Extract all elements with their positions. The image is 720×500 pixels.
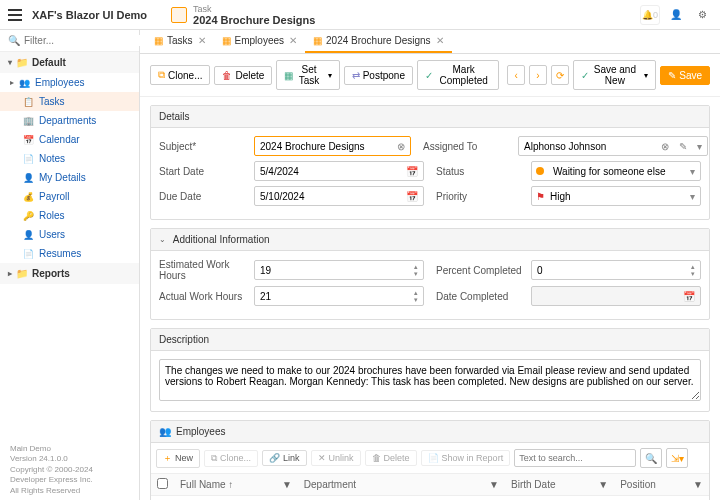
footer-line: Main Demo bbox=[10, 444, 129, 454]
clear-icon[interactable]: ⊗ bbox=[656, 141, 674, 152]
edit-icon[interactable]: ✎ bbox=[674, 141, 692, 152]
sidebar-item-employees[interactable]: ▸👥Employees bbox=[0, 73, 139, 92]
status-input[interactable] bbox=[548, 166, 685, 177]
filter-icon[interactable]: ▼ bbox=[598, 479, 608, 490]
set-task-button[interactable]: ▦Set Task▾ bbox=[276, 60, 339, 90]
close-icon[interactable]: ✕ bbox=[289, 35, 297, 46]
cell-bdate: 4/16/1975 bbox=[505, 496, 614, 501]
sidebar-item-my-details[interactable]: 👤My Details bbox=[0, 168, 139, 187]
col-pos[interactable]: Position▼ bbox=[614, 474, 709, 496]
grid-unlink-button[interactable]: ✕Unlink bbox=[311, 450, 361, 466]
footer-line: Version 24.1.0.0 bbox=[10, 454, 129, 464]
nav-label: Resumes bbox=[39, 248, 81, 259]
notifications-button[interactable]: 🔔 0 bbox=[640, 5, 660, 25]
col-name[interactable]: Full Name ↑▼ bbox=[174, 474, 298, 496]
col-dept[interactable]: Department▼ bbox=[298, 474, 505, 496]
nav-icon: 👤 bbox=[22, 230, 34, 240]
sidebar-item-calendar[interactable]: 📅Calendar bbox=[0, 130, 139, 149]
sidebar-item-roles[interactable]: 🔑Roles bbox=[0, 206, 139, 225]
nav-icon: 📄 bbox=[22, 154, 34, 164]
grid-export-button[interactable]: ⇲▾ bbox=[666, 448, 688, 468]
description-textarea[interactable] bbox=[159, 359, 701, 401]
calendar-icon[interactable]: 📅 bbox=[401, 166, 423, 177]
postpone-button[interactable]: ⇄Postpone bbox=[344, 66, 413, 85]
user-icon[interactable]: 👤 bbox=[666, 5, 686, 25]
grid-link-button[interactable]: 🔗Link bbox=[262, 450, 307, 466]
nav-icon: 👥 bbox=[18, 78, 30, 88]
sidebar-item-users[interactable]: 👤Users bbox=[0, 225, 139, 244]
additional-heading[interactable]: ⌄ Additional Information bbox=[151, 229, 709, 251]
menu-toggle[interactable] bbox=[8, 9, 22, 21]
search-icon: 🔍 bbox=[8, 35, 20, 46]
tab-icon: ▦ bbox=[154, 35, 163, 46]
tab-2024-brochure-designs[interactable]: ▦2024 Brochure Designs✕ bbox=[305, 30, 452, 53]
step-down-icon[interactable]: ▾ bbox=[414, 270, 418, 277]
step-up-icon[interactable]: ▴ bbox=[414, 263, 418, 270]
dropdown-icon[interactable]: ▾ bbox=[685, 191, 700, 202]
sidebar-item-payroll[interactable]: 💰Payroll bbox=[0, 187, 139, 206]
actual-hours-input[interactable] bbox=[255, 291, 409, 302]
step-up-icon[interactable]: ▴ bbox=[414, 289, 418, 296]
step-up-icon[interactable]: ▴ bbox=[691, 263, 695, 270]
grid-search-button[interactable]: 🔍 bbox=[640, 448, 662, 468]
filter-container: 🔍 bbox=[0, 30, 139, 52]
delete-button[interactable]: 🗑Delete bbox=[214, 66, 272, 85]
calendar-icon: 📅 bbox=[678, 291, 700, 302]
due-date-input[interactable] bbox=[255, 191, 401, 202]
filter-icon[interactable]: ▼ bbox=[282, 479, 292, 490]
assigned-input[interactable] bbox=[519, 141, 656, 152]
dropdown-icon[interactable]: ▾ bbox=[692, 141, 707, 152]
nav-label: Users bbox=[39, 229, 65, 240]
mark-completed-button[interactable]: ✓Mark Completed bbox=[417, 60, 499, 90]
select-all-checkbox[interactable] bbox=[157, 478, 168, 489]
nav-icon: 👤 bbox=[22, 173, 34, 183]
grid-new-button[interactable]: ＋New bbox=[156, 449, 200, 468]
tab-label: Tasks bbox=[167, 35, 193, 46]
sidebar-item-departments[interactable]: 🏢Departments bbox=[0, 111, 139, 130]
grid-show-report-button[interactable]: 📄Show in Report bbox=[421, 450, 511, 466]
grid-delete-button[interactable]: 🗑Delete bbox=[365, 450, 417, 466]
start-date-input[interactable] bbox=[255, 166, 401, 177]
chevron-right-icon: ▸ bbox=[8, 269, 12, 278]
step-down-icon[interactable]: ▾ bbox=[691, 270, 695, 277]
clear-icon[interactable]: ⊗ bbox=[392, 141, 410, 152]
tab-icon: ▦ bbox=[222, 35, 231, 46]
step-down-icon[interactable]: ▾ bbox=[414, 296, 418, 303]
sidebar-item-tasks[interactable]: 📋Tasks bbox=[0, 92, 139, 111]
calendar-icon[interactable]: 📅 bbox=[401, 191, 423, 202]
sidebar-item-notes[interactable]: 📄Notes bbox=[0, 149, 139, 168]
col-bdate[interactable]: Birth Date▼ bbox=[505, 474, 614, 496]
nav-group-reports[interactable]: ▸📁Reports bbox=[0, 263, 139, 284]
priority-input[interactable] bbox=[545, 191, 685, 202]
dropdown-icon[interactable]: ▾ bbox=[685, 166, 700, 177]
tab-label: Employees bbox=[235, 35, 284, 46]
save-new-button[interactable]: ✓Save and New▾ bbox=[573, 60, 657, 90]
save-button[interactable]: ✎ Save bbox=[660, 66, 710, 85]
nav-icon: 🏢 bbox=[22, 116, 34, 126]
grid-search-input[interactable] bbox=[514, 449, 636, 467]
clone-button[interactable]: ⧉Clone... bbox=[150, 65, 210, 85]
nav-icon: 🔑 bbox=[22, 211, 34, 221]
prev-button[interactable]: ‹ bbox=[507, 65, 525, 85]
est-hours-input[interactable] bbox=[255, 265, 409, 276]
refresh-button[interactable]: ⟳ bbox=[551, 65, 569, 85]
filter-input[interactable] bbox=[24, 35, 151, 46]
sidebar-item-resumes[interactable]: 📄Resumes bbox=[0, 244, 139, 263]
close-icon[interactable]: ✕ bbox=[198, 35, 206, 46]
next-button[interactable]: › bbox=[529, 65, 547, 85]
tab-icon: ▦ bbox=[313, 35, 322, 46]
filter-icon[interactable]: ▼ bbox=[693, 479, 703, 490]
close-icon[interactable]: ✕ bbox=[436, 35, 444, 46]
filter-icon[interactable]: ▼ bbox=[489, 479, 499, 490]
percent-input[interactable] bbox=[532, 265, 686, 276]
subject-input[interactable] bbox=[255, 141, 392, 152]
table-row[interactable]: Karl JablonskiDevelopment Department4/16… bbox=[151, 496, 709, 501]
tab-employees[interactable]: ▦Employees✕ bbox=[214, 30, 305, 53]
footer-line: Copyright © 2000-2024 Developer Express … bbox=[10, 465, 129, 486]
settings-icon[interactable]: ⚙ bbox=[692, 5, 712, 25]
date-completed-input bbox=[532, 291, 678, 302]
tab-tasks[interactable]: ▦Tasks✕ bbox=[146, 30, 214, 53]
nav-label: Calendar bbox=[39, 134, 80, 145]
grid-clone-button[interactable]: ⧉Clone... bbox=[204, 450, 258, 467]
nav-group-default[interactable]: ▾📁Default bbox=[0, 52, 139, 73]
